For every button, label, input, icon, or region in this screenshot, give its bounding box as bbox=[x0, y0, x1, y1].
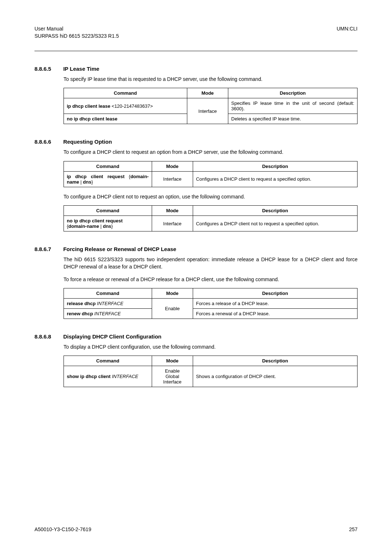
th-command: Command bbox=[64, 356, 152, 366]
header-left-line1: User Manual bbox=[34, 25, 63, 33]
th-mode: Mode bbox=[152, 161, 193, 171]
footer-page-number: 257 bbox=[349, 526, 358, 532]
cell-description: Shows a configuration of DHCP client. bbox=[193, 366, 357, 387]
cell-mode: Enable bbox=[152, 298, 193, 319]
table-row: renew dhcp INTERFACE Forces a renewal of… bbox=[64, 308, 358, 319]
heading-title: Forcing Release or Renewal of DHCP Lease bbox=[63, 246, 176, 252]
cell-command: show ip dhcp client INTERFACE bbox=[64, 366, 152, 387]
paragraph: To display a DHCP client configuration, … bbox=[64, 343, 358, 350]
section-ip-lease-time: 8.8.6.5 IP Lease Time To specify IP leas… bbox=[64, 66, 358, 124]
header-right: UMN:CLI bbox=[336, 25, 358, 33]
heading-title: IP Lease Time bbox=[63, 66, 99, 72]
command-table: Command Mode Description ip dhcp client … bbox=[64, 161, 358, 187]
page-header: User Manual UMN:CLI SURPASS hiD 6615 S22… bbox=[34, 25, 358, 42]
cell-mode: Interface bbox=[152, 216, 193, 231]
th-mode: Mode bbox=[152, 356, 193, 366]
th-command: Command bbox=[64, 161, 152, 171]
section-requesting-option: 8.8.6.6 Requesting Option To configure a… bbox=[64, 139, 358, 231]
cell-mode: Interface bbox=[187, 98, 228, 124]
cell-command: ip dhcp client lease <120-2147483637> bbox=[64, 98, 187, 114]
command-table: Command Mode Description ip dhcp client … bbox=[64, 88, 358, 124]
th-description: Description bbox=[193, 206, 357, 216]
header-divider bbox=[34, 51, 358, 51]
cell-description: Configures a DHCP client not to request … bbox=[193, 216, 357, 231]
command-table: Command Mode Description release dhcp IN… bbox=[64, 288, 358, 319]
cell-description: Configures a DHCP client to request a sp… bbox=[193, 171, 357, 187]
cell-command: renew dhcp INTERFACE bbox=[64, 308, 152, 319]
table-row: ip dhcp client request {domain-name | dn… bbox=[64, 171, 358, 187]
th-command: Command bbox=[64, 206, 152, 216]
footer-doc-id: A50010-Y3-C150-2-7619 bbox=[34, 526, 91, 532]
th-description: Description bbox=[193, 356, 357, 366]
command-table: Command Mode Description show ip dhcp cl… bbox=[64, 356, 358, 387]
table-row: no ip dhcp client request{domain-name | … bbox=[64, 216, 358, 231]
paragraph: To configure a DHCP client to request an… bbox=[64, 148, 358, 156]
th-description: Description bbox=[193, 161, 357, 171]
cell-description: Forces a renewal of a DHCP lease. bbox=[193, 308, 357, 319]
table-header-row: Command Mode Description bbox=[64, 161, 358, 171]
header-left-line2: SURPASS hiD 6615 S223/S323 R1.5 bbox=[34, 33, 119, 40]
section-displaying-dhcp-client-config: 8.8.6.8 Displaying DHCP Client Configura… bbox=[64, 333, 358, 387]
th-mode: Mode bbox=[187, 88, 228, 98]
paragraph: To specify IP lease time that is request… bbox=[64, 75, 358, 83]
cell-command: ip dhcp client request {domain-name | dn… bbox=[64, 171, 152, 187]
th-command: Command bbox=[64, 288, 152, 298]
paragraph: To force a release or renewal of a DHCP … bbox=[64, 276, 358, 283]
table-header-row: Command Mode Description bbox=[64, 206, 358, 216]
paragraph: The hiD 6615 S223/S323 supports two inde… bbox=[64, 256, 358, 271]
table-header-row: Command Mode Description bbox=[64, 288, 358, 298]
table-row: show ip dhcp client INTERFACE EnableGlob… bbox=[64, 366, 358, 387]
heading-number: 8.8.6.8 bbox=[34, 333, 62, 340]
heading-number: 8.8.6.6 bbox=[34, 139, 62, 145]
cell-command: no ip dhcp client lease bbox=[64, 114, 187, 124]
th-description: Description bbox=[193, 288, 357, 298]
cell-command: release dhcp INTERFACE bbox=[64, 298, 152, 308]
heading-title: Requesting Option bbox=[63, 139, 112, 145]
heading-number: 8.8.6.5 bbox=[34, 66, 62, 72]
section-forcing-release-renewal: 8.8.6.7 Forcing Release or Renewal of DH… bbox=[64, 246, 358, 319]
table-header-row: Command Mode Description bbox=[64, 356, 358, 366]
cell-description: Forces a release of a DHCP lease. bbox=[193, 298, 357, 308]
table-header-row: Command Mode Description bbox=[64, 88, 358, 98]
cell-mode: EnableGlobalInterface bbox=[152, 366, 193, 387]
cell-description: Deletes a specified IP lease time. bbox=[228, 114, 358, 124]
heading-title: Displaying DHCP Client Configuration bbox=[63, 333, 162, 340]
th-command: Command bbox=[64, 88, 187, 98]
table-row: release dhcp INTERFACE Enable Forces a r… bbox=[64, 298, 358, 308]
cell-command: no ip dhcp client request{domain-name | … bbox=[64, 216, 152, 231]
paragraph: To configure a DHCP client not to reques… bbox=[64, 193, 358, 200]
th-description: Description bbox=[228, 88, 358, 98]
command-table: Command Mode Description no ip dhcp clie… bbox=[64, 205, 358, 231]
page-footer: A50010-Y3-C150-2-7619 257 bbox=[34, 526, 358, 532]
cell-mode: Interface bbox=[152, 171, 193, 187]
heading-number: 8.8.6.7 bbox=[34, 246, 62, 252]
th-mode: Mode bbox=[152, 206, 193, 216]
th-mode: Mode bbox=[152, 288, 193, 298]
table-row: ip dhcp client lease <120-2147483637> In… bbox=[64, 98, 358, 114]
cell-description: Specifies IP lease time in the unit of s… bbox=[228, 98, 358, 114]
